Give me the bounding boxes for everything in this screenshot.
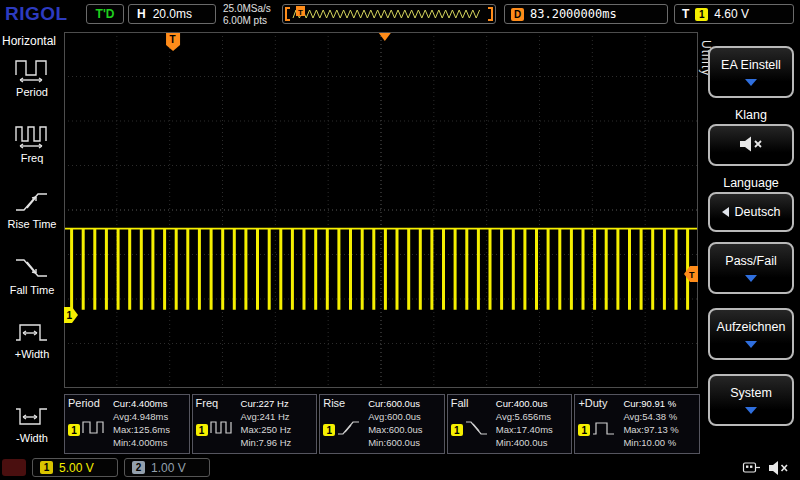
menu-button-ea-einstell[interactable]: EA Einstell: [708, 46, 794, 98]
chevron-down-icon: [745, 275, 757, 282]
measurement-avg: Avg:600.0us: [368, 410, 441, 423]
rigol-logo: RIGOL: [5, 3, 68, 25]
period-icon: [14, 56, 50, 84]
measurement-cur: Cur:90.91 %: [623, 397, 696, 410]
measurement-min: Min:7.96 Hz: [241, 436, 314, 449]
left-menu-item-period[interactable]: Period: [0, 56, 64, 98]
channel-badge: 1: [196, 424, 208, 436]
waveform-display[interactable]: 1TT: [64, 32, 698, 388]
menu-button-label: EA Einstell: [721, 58, 781, 72]
bottom-bar: 1 5.00 V 2 1.00 V: [0, 456, 800, 480]
memory-waveform-icon: T: [283, 5, 495, 23]
menu-button-pass-fail[interactable]: Pass/Fail: [708, 242, 794, 294]
chevron-down-icon: [745, 407, 757, 414]
sample-rate: 25.0MSa/s: [223, 3, 271, 15]
minus-width-icon: [14, 402, 50, 430]
delay-value: 83.2000000ms: [530, 7, 617, 21]
memory-trigger-marker: T: [296, 6, 305, 17]
left-menu-item-freq[interactable]: Freq: [0, 122, 64, 164]
measurement-name: Period: [68, 397, 113, 409]
channel-badge: 1: [451, 424, 463, 436]
measurement-panel-freq[interactable]: Freq 1 Cur:227 Hz Avg:241 Hz Max:250 Hz …: [192, 394, 318, 454]
measurement-bar: Period 1 Cur:4.400ms Avg:4.948ms Max:125…: [64, 394, 700, 454]
left-menu-item-plus-width[interactable]: +Width: [0, 318, 64, 360]
measurement-name: Freq: [196, 397, 241, 409]
acquisition-info: 25.0MSa/s 6.00M pts: [223, 3, 271, 27]
measurement-name: Rise: [323, 397, 368, 409]
measurement-panel-plus-duty[interactable]: +Duty 1 Cur:90.91 % Avg:54.38 % Max:97.1…: [574, 394, 700, 454]
menu-button-aufzeichnen[interactable]: Aufzeichnen: [708, 308, 794, 360]
right-menu: Utility EA Einstell Klang Language Deuts…: [698, 30, 800, 456]
menu-button-language[interactable]: Deutsch: [708, 192, 794, 232]
measurement-max: Max:250 Hz: [241, 423, 314, 436]
measurement-avg: Avg:241 Hz: [241, 410, 314, 423]
rise-measure-icon: [337, 418, 361, 442]
left-menu-item-rise-time[interactable]: Rise Time: [0, 188, 64, 230]
measurement-avg: Avg:54.38 %: [623, 410, 696, 423]
measurement-min: Min:10.00 %: [623, 436, 696, 449]
record-indicator: [2, 459, 26, 476]
measurement-max: Max:125.6ms: [113, 423, 186, 436]
channel-2-box[interactable]: 2 1.00 V: [124, 458, 210, 477]
measurement-cur: Cur:600.0us: [368, 397, 441, 410]
rise-time-icon: [14, 188, 50, 216]
left-menu: Horizontal Period Freq Rise Time: [0, 30, 64, 456]
trigger-box[interactable]: T 1 4.60 V: [674, 4, 794, 24]
channel-1-badge: 1: [40, 461, 53, 474]
speaker-muted-icon: [768, 460, 792, 480]
trigger-label: T: [682, 7, 689, 21]
svg-text:T: T: [170, 34, 176, 45]
measurement-panel-period[interactable]: Period 1 Cur:4.400ms Avg:4.948ms Max:125…: [64, 394, 190, 454]
horizontal-label: H: [137, 7, 146, 21]
chevron-down-icon: [745, 341, 757, 348]
measurement-cur: Cur:400.0us: [496, 397, 569, 410]
channel-badge: 1: [578, 424, 590, 436]
svg-text:T: T: [298, 8, 303, 17]
language-value: Deutsch: [735, 205, 781, 219]
measurement-panel-rise[interactable]: Rise 1 Cur:600.0us Avg:600.0us Max:600.0…: [319, 394, 445, 454]
menu-button-system[interactable]: System: [708, 374, 794, 426]
trigger-status-badge[interactable]: T'D: [86, 4, 124, 24]
ch1-offset-marker: 1: [64, 307, 78, 323]
measurement-cur: Cur:4.400ms: [113, 397, 186, 410]
memory-depth: 6.00M pts: [223, 15, 271, 27]
measurement-max: Max:97.13 %: [623, 423, 696, 436]
channel-1-box[interactable]: 1 5.00 V: [32, 458, 118, 477]
speaker-muted-icon: [738, 135, 764, 156]
freq-measure-icon: [210, 418, 234, 442]
plus-width-icon: [14, 318, 50, 346]
delay-badge: D: [511, 8, 524, 21]
left-menu-label: Freq: [21, 152, 44, 164]
horizontal-scale-box[interactable]: H 20.0ms: [128, 4, 216, 24]
measurement-name: Fall: [451, 397, 496, 409]
left-menu-item-fall-time[interactable]: Fall Time: [0, 254, 64, 296]
period-measure-icon: [82, 418, 106, 442]
trigger-source-badge: 1: [695, 8, 708, 21]
memory-position-indicator[interactable]: T: [282, 4, 496, 24]
measurement-min: Min:400.0us: [496, 436, 569, 449]
measurement-max: Max:17.40ms: [496, 423, 569, 436]
delay-box[interactable]: D 83.2000000ms: [504, 4, 668, 24]
measurement-min: Min:4.000ms: [113, 436, 186, 449]
measurement-avg: Avg:5.656ms: [496, 410, 569, 423]
trigger-level-value: 4.60 V: [714, 7, 749, 21]
left-menu-label: Period: [16, 86, 48, 98]
channel-2-scale: 1.00 V: [151, 461, 186, 475]
measurement-min: Min:600.0us: [368, 436, 441, 449]
left-menu-label: +Width: [15, 348, 50, 360]
channel-2-badge: 2: [132, 461, 145, 474]
menu-button-label: System: [730, 386, 772, 400]
left-menu-label: Rise Time: [8, 218, 57, 230]
fall-time-icon: [14, 254, 50, 282]
measurement-panel-fall[interactable]: Fall 1 Cur:400.0us Avg:5.656ms Max:17.40…: [447, 394, 573, 454]
measurement-avg: Avg:4.948ms: [113, 410, 186, 423]
chevron-down-icon: [745, 79, 757, 86]
measurement-cur: Cur:227 Hz: [241, 397, 314, 410]
chevron-left-icon: [722, 207, 729, 217]
svg-text:T: T: [689, 270, 695, 280]
menu-label-klang: Klang: [708, 108, 794, 122]
left-menu-item-minus-width[interactable]: -Width: [0, 402, 64, 444]
usb-icon: [742, 460, 762, 479]
channel-badge: 1: [68, 424, 80, 436]
menu-button-klang[interactable]: [708, 124, 794, 166]
